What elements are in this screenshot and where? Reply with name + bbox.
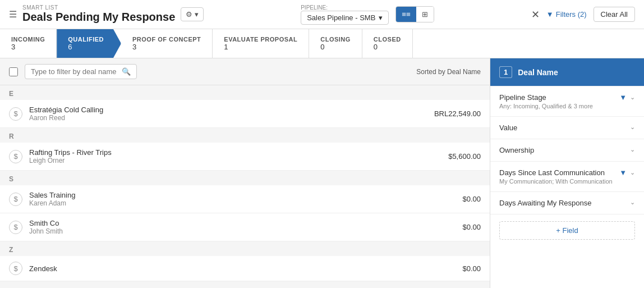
- filter-button[interactable]: ▼ Filters (2): [546, 10, 587, 19]
- table-row[interactable]: $ Rafting Trips - River Trips Leigh Orne…: [0, 143, 490, 171]
- stage-tab-name: EVALUATE PROPOSAL: [224, 36, 297, 43]
- smart-list-label: SMART LIST: [22, 5, 175, 11]
- filter-item-label: Days Awaiting My Response: [499, 199, 630, 207]
- main-content: 🔍 Sorted by Deal Name E $ Estratégia Col…: [0, 58, 644, 288]
- deal-value: $5,600.00: [448, 152, 481, 161]
- deal-info: Zendesk: [29, 264, 456, 273]
- stage-tab-proof-of-concept[interactable]: PROOF OF CONCEPT 3: [121, 29, 213, 58]
- filter-item[interactable]: Pipeline Stage Any: Incoming, Qualified …: [490, 86, 644, 117]
- close-button[interactable]: ✕: [531, 8, 540, 21]
- stage-tab-evaluate-proposal[interactable]: EVALUATE PROPOSAL 1: [213, 29, 309, 58]
- filter-item-sub: Any: Incoming, Qualified & 3 more: [499, 103, 619, 109]
- deal-owner: John Smith: [29, 227, 456, 235]
- deal-value: $0.00: [462, 264, 481, 273]
- filter-panel-header: 1 Deal Name: [490, 58, 644, 86]
- pipeline-name: Sales Pipeline - SMB: [307, 13, 375, 22]
- pipeline-select[interactable]: Sales Pipeline - SMB ▾: [301, 11, 389, 25]
- stage-tab-incoming[interactable]: INCOMING 3: [0, 29, 57, 58]
- hamburger-icon[interactable]: ☰: [9, 9, 17, 20]
- clear-all-button[interactable]: Clear All: [594, 7, 635, 22]
- stage-tab-closing[interactable]: CLOSING 0: [309, 29, 362, 58]
- deal-name: Sales Training: [29, 191, 456, 199]
- stage-tab-name: PROOF OF CONCEPT: [132, 36, 201, 43]
- filter-panel: 1 Deal Name Pipeline Stage Any: Incoming…: [490, 58, 644, 288]
- deal-name-filter-input[interactable]: [31, 67, 118, 76]
- stage-tab-count: 3: [11, 43, 45, 51]
- deal-info: Estratégia Cold Calling Aaron Reed: [29, 106, 427, 122]
- filter-item-icons: ⌄: [630, 124, 635, 131]
- page-title: Deals Pending My Response: [22, 11, 175, 24]
- stage-bar: INCOMING 3 QUALIFIED 6 PROOF OF CONCEPT …: [0, 29, 644, 58]
- chevron-down-icon: ⌄: [630, 94, 635, 101]
- filter-item-label: Value: [499, 124, 630, 132]
- deal-icon: $: [9, 193, 22, 206]
- funnel-icon: ▼: [619, 93, 627, 102]
- list-toolbar: 🔍 Sorted by Deal Name: [0, 58, 490, 85]
- view-toggle: ≡≡ ⊞: [395, 6, 434, 22]
- gear-icon: ⚙: [186, 10, 192, 19]
- filter-input-wrapper: 🔍: [25, 64, 137, 79]
- group-letter-e: E: [0, 85, 490, 100]
- stage-tab-closed[interactable]: CLOSED 0: [362, 29, 413, 58]
- filter-item-icons: ▼ ⌄: [619, 93, 635, 102]
- deal-icon: $: [9, 262, 22, 275]
- deal-owner: Leigh Orner: [29, 157, 441, 164]
- search-icon: 🔍: [122, 67, 131, 76]
- select-all-checkbox[interactable]: [9, 67, 18, 76]
- table-row[interactable]: $ Sales Training Karen Adam $0.00: [0, 185, 490, 213]
- table-row[interactable]: $ Estratégia Cold Calling Aaron Reed BRL…: [0, 100, 490, 128]
- filter-item[interactable]: Days Since Last Communication My Communi…: [490, 162, 644, 192]
- deal-info: Sales Training Karen Adam: [29, 191, 456, 207]
- funnel-icon: ▼: [619, 168, 627, 177]
- filter-item[interactable]: Value ⌄: [490, 117, 644, 139]
- group-letter-s: S: [0, 171, 490, 185]
- filter-item-content: Days Since Last Communication My Communi…: [499, 168, 619, 185]
- deal-name: Zendesk: [29, 264, 456, 273]
- deal-name: Rafting Trips - River Trips: [29, 148, 441, 157]
- settings-chevron-icon: ▾: [195, 10, 199, 19]
- stage-tab-count: 0: [374, 43, 401, 51]
- filter-item[interactable]: Ownership ⌄: [490, 139, 644, 162]
- sorted-by-label: Sorted by Deal Name: [416, 68, 481, 76]
- filters-label: Filters (2): [556, 10, 587, 19]
- filter-item-content: Ownership: [499, 146, 630, 154]
- deal-name: Estratégia Cold Calling: [29, 106, 427, 114]
- grid-view-button[interactable]: ⊞: [416, 7, 434, 22]
- filter-item-sub: My Communication; With Communication: [499, 178, 619, 185]
- filter-item-content: Pipeline Stage Any: Incoming, Qualified …: [499, 93, 619, 109]
- chevron-down-icon: ⌄: [630, 199, 635, 206]
- group-letter-r: R: [0, 128, 490, 143]
- list-view-button[interactable]: ≡≡: [396, 7, 416, 22]
- deal-value: BRL22,549.00: [434, 109, 481, 118]
- deal-info: Smith Co John Smith: [29, 219, 456, 235]
- filter-item[interactable]: Days Awaiting My Response ⌄: [490, 192, 644, 214]
- group-letter-z: Z: [0, 241, 490, 256]
- table-row[interactable]: $ Zendesk $0.00: [0, 256, 490, 281]
- top-header: ☰ SMART LIST Deals Pending My Response ⚙…: [0, 0, 644, 29]
- table-row[interactable]: $ Smith Co John Smith $0.00: [0, 213, 490, 241]
- chevron-down-icon: ⌄: [630, 124, 635, 131]
- header-center: PIPELINE: Sales Pipeline - SMB ▾ ≡≡ ⊞: [204, 4, 531, 25]
- list-area: 🔍 Sorted by Deal Name E $ Estratégia Col…: [0, 58, 490, 288]
- stage-tab-count: 6: [68, 43, 104, 51]
- pipeline-label: PIPELINE:: [301, 4, 389, 11]
- deal-value: $0.00: [462, 223, 481, 231]
- deal-value: $0.00: [462, 195, 481, 203]
- add-field-button[interactable]: + Field: [499, 221, 635, 240]
- deal-list: E $ Estratégia Cold Calling Aaron Reed B…: [0, 85, 490, 281]
- deal-icon: $: [9, 221, 22, 234]
- filter-item-label: Days Since Last Communication: [499, 168, 619, 177]
- filter-items-list: Pipeline Stage Any: Incoming, Qualified …: [490, 86, 644, 214]
- stage-tab-qualified[interactable]: QUALIFIED 6: [57, 29, 121, 58]
- chevron-down-icon: ⌄: [630, 169, 635, 176]
- stage-tab-count: 0: [320, 43, 351, 51]
- deal-owner: Karen Adam: [29, 199, 456, 207]
- filter-item-icons: ▼ ⌄: [619, 168, 635, 177]
- stage-tab-name: INCOMING: [11, 36, 45, 43]
- settings-button[interactable]: ⚙ ▾: [181, 7, 204, 21]
- stage-tab-count: 3: [132, 43, 201, 51]
- filter-item-content: Days Awaiting My Response: [499, 199, 630, 207]
- deal-name: Smith Co: [29, 219, 456, 227]
- filter-item-label: Ownership: [499, 146, 630, 154]
- filter-panel-title: Deal Name: [518, 68, 558, 77]
